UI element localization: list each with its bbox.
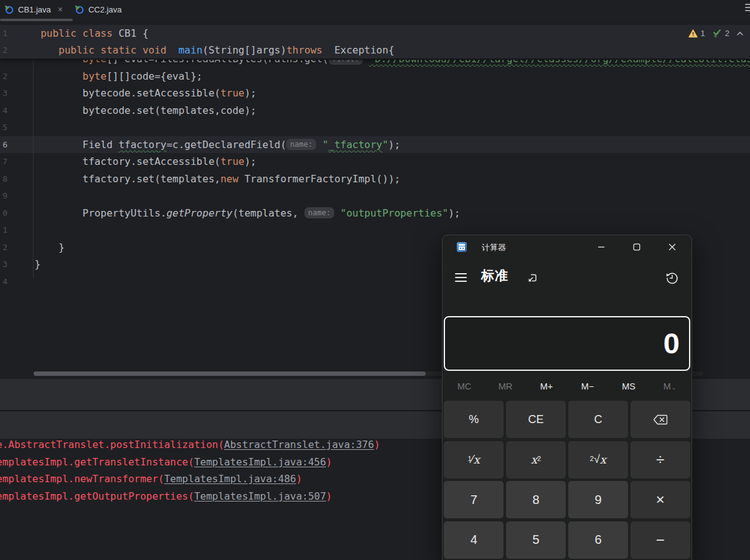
minimize-button[interactable] [587,235,616,259]
stack-trace-text: emplatesImpl.newTransformer( [0,473,164,485]
memory-button-label: M [663,381,671,391]
tab-label: CC2.java [88,5,121,14]
code-token: " [382,139,388,151]
line-number: 0 [0,205,7,222]
code-token: } [11,241,65,253]
code-line: 5 [0,119,750,136]
calculator-title: 计算器 [482,235,506,259]
code-text: Field tfactory=c.getDeclaredField(name: … [11,136,400,154]
code-token: =c.getDeclaredField( [166,139,286,151]
calc-key-5[interactable]: 5 [506,521,566,559]
stack-trace-text: ) [296,473,302,485]
typo-check-icon [712,29,722,38]
code-token: TransformerFactoryImpl()); [238,173,400,185]
memory-button-M[interactable]: M⌄ [649,376,690,397]
key-label: C [594,413,602,426]
memory-button-MS[interactable]: MS [608,376,649,397]
stack-trace-text: emplatesImpl.getOutputProperties( [0,490,194,502]
memory-button-MR[interactable]: MR [485,376,526,397]
code-text: byte[][]code={eval}; [11,68,202,85]
code-token [77,27,83,39]
stack-trace-text: ) [326,490,332,502]
code-line: 0 PropertyUtils.getProperty(templates, n… [0,205,750,222]
close-button[interactable] [658,235,687,259]
history-icon[interactable] [664,270,680,286]
ide-screen: CB1.java×CC2.java byte[] eval=Files.read… [0,0,750,560]
calc-key-CE[interactable]: CE [506,401,566,438]
chevron-up-icon[interactable] [736,31,744,36]
code-line: 8 tfactory.set(templates,new Transformer… [0,170,750,188]
code-token [95,44,101,56]
code-token [316,139,322,151]
key-label: 6 [594,533,601,547]
key-label: 9 [594,493,601,507]
line-number: 2 [0,42,7,58]
code-line: 6 Field tfactory=c.getDeclaredField(name… [0,136,750,154]
code-token: class [83,27,113,39]
calc-key-−[interactable]: − [630,521,690,559]
code-token [136,44,143,56]
line-number: 1 [0,25,7,42]
calc-key-%[interactable]: % [444,401,504,438]
source-link[interactable]: TemplatesImpl.java:456 [194,456,326,468]
keep-on-top-icon[interactable] [525,270,540,286]
calc-key-²√x[interactable]: 2√x [568,441,628,478]
stack-trace-text: e.AbstractTranslet.postInitialization( [0,439,224,450]
calc-key-7[interactable]: 7 [444,481,504,518]
sticky-line: 2 public static void main(String[]args)t… [0,42,750,58]
code-text: } [11,239,65,256]
source-link[interactable]: AbstractTranslet.java:376 [224,439,374,450]
source-link[interactable]: TemplatesImpl.java:507 [194,490,326,502]
calc-key-x²[interactable]: x2 [506,441,566,478]
maximize-button[interactable] [622,235,651,259]
hamburger-icon[interactable] [455,273,467,284]
memory-button-label: MC [457,381,472,391]
line-number: 2 [0,68,7,85]
calc-key-8[interactable]: 8 [506,481,566,518]
memory-button-label: M+ [540,381,553,391]
code-token: (String[]args) [202,44,286,56]
memory-button-M−[interactable]: M− [567,376,608,397]
tab-CB1.java[interactable]: CB1.java× [0,0,70,19]
code-token: _tfactory [329,139,383,151]
sticky-lines-header: 1 public class CB1 {2 public static void… [0,25,750,60]
key-glyph: √ [594,453,600,466]
calc-key-÷[interactable]: ÷ [630,441,690,478]
code-token: true [220,87,245,99]
line-number: 4 [0,102,7,119]
inspection-widget[interactable]: 1 2 [688,25,744,42]
source-link[interactable]: TemplatesImpl.java:486 [164,473,296,485]
memory-button-M+[interactable]: M+ [526,376,567,397]
calculator-titlebar[interactable]: 计算器 [443,235,691,259]
tab-close-icon[interactable]: × [58,4,63,14]
calc-key-×[interactable]: × [630,481,690,518]
memory-button-MC[interactable]: MC [444,376,485,397]
calculator-nav: 标准 [443,265,691,293]
calc-key-C[interactable]: C [568,401,628,438]
calculator-keypad: %CEC1⁄xx22√x÷789×456− [444,401,690,559]
code-token: Field [11,139,118,151]
code-line: 2 byte[][]code={eval}; [0,68,750,85]
calc-key-1/x[interactable]: 1⁄x [444,441,504,478]
key-label: − [656,531,665,549]
key-var: x [474,453,480,466]
code-text: tfactory.set(templates,new TransformerFa… [11,170,400,188]
horizontal-scrollbar-thumb[interactable] [34,371,426,376]
calc-key-⌫[interactable] [630,401,690,438]
tab-CC2.java[interactable]: CC2.java [70,0,129,19]
calc-key-6[interactable]: 6 [568,521,628,559]
key-sup: 2 [537,455,541,462]
calc-key-9[interactable]: 9 [568,481,628,518]
indent-guide [33,60,34,279]
chevron-down-icon: ⌄ [672,385,677,391]
code-token: bytecode.setAccessible( [11,87,220,99]
calc-key-4[interactable]: 4 [444,521,504,559]
resolved-count: 2 [725,29,729,38]
key-var: x [600,453,606,466]
code-text: bytecode.set(templates,code); [11,102,256,119]
line-number: 4 [0,273,7,291]
stack-trace-line: e.AbstractTranslet.postInitialization(Ab… [0,436,380,454]
calculator-window[interactable]: 计算器 标准 0 MCMRM+M−MSM⌄ %CEC1⁄xx [442,235,692,560]
main-menu-icon[interactable] [745,4,750,13]
key-label: % [469,413,479,426]
